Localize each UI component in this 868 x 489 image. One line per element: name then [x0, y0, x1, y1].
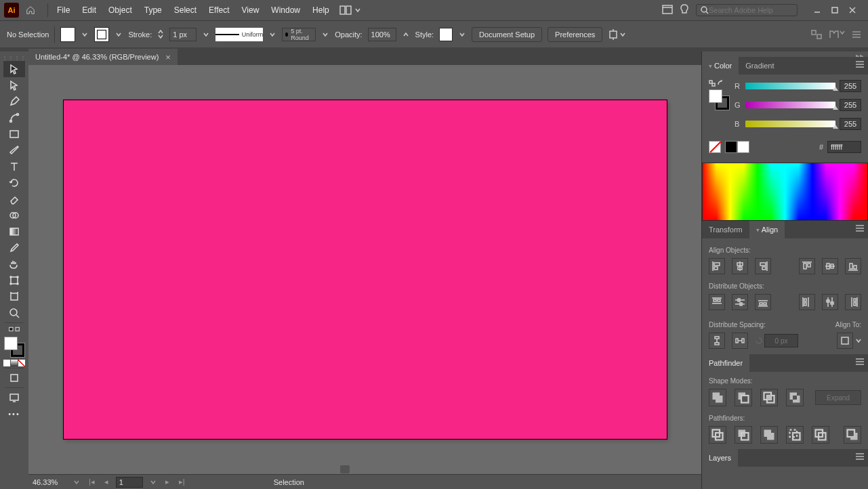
window-maximize-icon[interactable] — [827, 4, 842, 16]
align-top-icon[interactable] — [799, 258, 815, 274]
screen-mode-icon[interactable] — [3, 389, 25, 406]
distribute-hcenter-icon[interactable] — [822, 294, 838, 310]
transform-tab[interactable]: Transform — [702, 221, 749, 238]
align-hcenter-icon[interactable] — [732, 258, 748, 274]
distribute-left-icon[interactable] — [799, 294, 815, 310]
brush-definition[interactable]: 5 pt. Round — [282, 28, 316, 41]
b-slider[interactable] — [745, 121, 835, 127]
gradient-tool[interactable] — [3, 224, 25, 240]
direct-selection-tool[interactable] — [3, 77, 25, 93]
align-left-icon[interactable] — [709, 258, 725, 274]
document-tab[interactable]: Untitled-4* @ 46.33% (RGB/Preview) × — [28, 49, 178, 65]
pathfinder-menu-icon[interactable] — [856, 358, 864, 366]
opacity-dropdown[interactable] — [402, 27, 410, 42]
distribute-hspace-icon[interactable] — [732, 333, 748, 349]
align-to-dropdown[interactable] — [856, 333, 861, 349]
help-search-input[interactable] — [709, 6, 790, 14]
menu-view[interactable]: View — [236, 0, 266, 20]
unite-icon[interactable] — [709, 389, 726, 406]
layers-tab[interactable]: Layers — [702, 449, 738, 467]
workspace-switcher[interactable] — [339, 5, 361, 15]
align-panel-menu-icon[interactable] — [856, 225, 864, 233]
toolbar-grip[interactable]: ⋮⋮⋮⋮ — [4, 54, 24, 61]
g-slider[interactable] — [745, 102, 835, 108]
panel-fill-stroke[interactable] — [709, 89, 729, 110]
intersect-icon[interactable] — [760, 389, 778, 406]
eyedropper-tool[interactable] — [3, 240, 25, 256]
minus-back-icon[interactable] — [844, 426, 861, 444]
artboard-tool[interactable] — [3, 289, 25, 305]
swap-fill-stroke-icon[interactable] — [709, 80, 716, 87]
align-tab[interactable]: ▸Align — [749, 221, 785, 238]
menu-file[interactable]: File — [51, 0, 76, 20]
pathfinder-tab[interactable]: Pathfinder — [702, 354, 749, 372]
artboard-number-input[interactable] — [116, 477, 143, 488]
stroke-weight-dropdown[interactable] — [202, 27, 210, 42]
distribute-right-icon[interactable] — [845, 294, 861, 310]
menu-type[interactable]: Type — [138, 0, 168, 20]
edit-toolbar-icon[interactable]: ••• — [3, 406, 25, 422]
panel-menu-icon[interactable] — [852, 30, 861, 39]
distribute-top-icon[interactable] — [709, 294, 725, 310]
profile-dropdown[interactable] — [268, 27, 276, 42]
align-to-selection-icon[interactable] — [837, 333, 853, 349]
distribute-vcenter-icon[interactable] — [732, 294, 748, 310]
pen-tool[interactable] — [3, 93, 25, 110]
artboard[interactable] — [64, 100, 667, 439]
curvature-tool[interactable] — [3, 110, 25, 126]
trim-icon[interactable] — [735, 426, 752, 444]
selection-tool[interactable] — [3, 61, 25, 77]
align-right-icon[interactable] — [755, 258, 771, 274]
color-mode-toggles[interactable] — [3, 360, 25, 366]
none-color-icon[interactable] — [709, 141, 721, 153]
stroke-dropdown[interactable] — [115, 27, 123, 42]
r-slider[interactable] — [745, 83, 835, 89]
isolate-icon[interactable] — [829, 30, 845, 39]
horizontal-scrollbar[interactable] — [150, 465, 693, 474]
next-artboard-icon[interactable]: ▸ — [163, 477, 171, 486]
g-input[interactable] — [840, 99, 861, 111]
fill-dropdown[interactable] — [81, 27, 89, 42]
align-to-icon[interactable] — [608, 29, 625, 40]
document-setup-button[interactable]: Document Setup — [472, 27, 542, 42]
r-input[interactable] — [840, 80, 861, 92]
rotate-tool[interactable] — [3, 175, 25, 191]
zoom-level-input[interactable] — [33, 478, 66, 486]
free-transform-tool[interactable] — [3, 272, 25, 289]
preferences-button[interactable]: Preferences — [547, 27, 602, 42]
distribute-vspace-icon[interactable] — [709, 333, 725, 349]
menu-window[interactable]: Window — [265, 0, 306, 20]
minus-front-icon[interactable] — [735, 389, 752, 406]
shape-builder-tool[interactable] — [3, 207, 25, 224]
fill-stroke-indicator[interactable] — [4, 337, 24, 357]
hex-input[interactable] — [827, 141, 861, 153]
black-white-swatch[interactable] — [725, 141, 749, 153]
layers-menu-icon[interactable] — [856, 453, 864, 461]
menu-object[interactable]: Object — [102, 0, 138, 20]
eraser-tool[interactable] — [3, 191, 25, 207]
collapse-dock-icon[interactable]: ▸▸ — [702, 51, 868, 57]
gpu-info-icon[interactable] — [680, 4, 689, 16]
style-swatch[interactable] — [439, 28, 453, 41]
arrange-documents-icon[interactable] — [662, 5, 673, 16]
fill-color-icon[interactable] — [4, 337, 18, 350]
crop-icon[interactable] — [786, 426, 804, 444]
prev-artboard-icon[interactable]: ◂ — [102, 477, 110, 486]
align-vcenter-icon[interactable] — [822, 258, 838, 274]
opacity-input[interactable] — [368, 28, 396, 41]
help-search[interactable] — [696, 4, 798, 16]
close-tab-icon[interactable]: × — [165, 52, 171, 62]
outline-icon[interactable] — [812, 426, 829, 444]
type-tool[interactable] — [3, 158, 25, 175]
fill-swatch[interactable] — [60, 27, 75, 42]
zoom-tool[interactable] — [3, 305, 25, 321]
menu-help[interactable]: Help — [306, 0, 335, 20]
stroke-stepper[interactable] — [157, 30, 164, 39]
zoom-dropdown[interactable] — [72, 478, 81, 486]
divide-icon[interactable] — [709, 426, 726, 444]
style-dropdown[interactable] — [458, 27, 466, 42]
fill-stroke-swap-icon[interactable] — [3, 324, 25, 334]
first-artboard-icon[interactable]: |◂ — [87, 477, 97, 486]
stroke-swatch[interactable] — [94, 27, 109, 42]
last-artboard-icon[interactable]: ▸| — [177, 477, 187, 486]
